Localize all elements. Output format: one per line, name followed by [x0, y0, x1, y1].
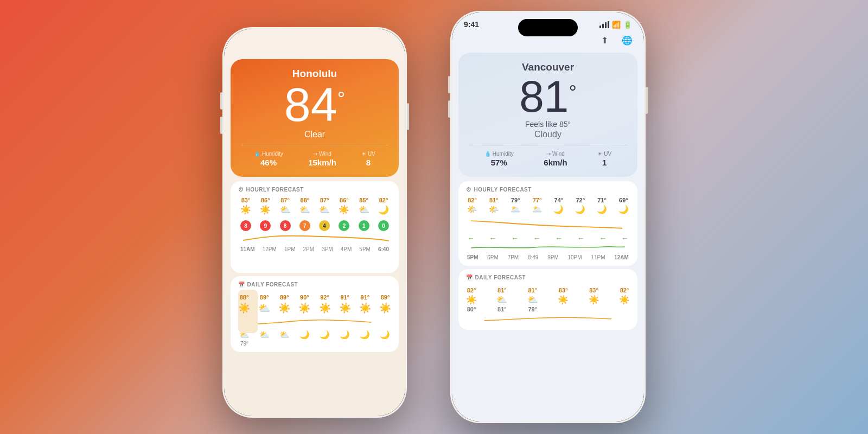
wind-arrow: ← — [533, 234, 541, 242]
clock-icon: ⏱ — [466, 187, 472, 193]
list-item: 89°☀️ — [278, 294, 290, 316]
list-item: 71° 🌙 — [597, 197, 607, 214]
list-item: 89°☀️ — [379, 294, 391, 316]
vol-up-btn[interactable] — [220, 92, 222, 110]
humidity-icon: 💧 — [484, 151, 491, 157]
wind-arrow: ← — [555, 234, 563, 242]
left-daily-title: 📅 DAILY FORECAST — [238, 282, 391, 288]
right-feels-like: Feels like 85° — [469, 120, 627, 129]
wind-arrow: ← — [467, 234, 475, 242]
left-screen: Honolulu 84° Clear 💧Humidity 46% ⇢Wind 1… — [224, 29, 405, 416]
list-item: 81° ⛅ 79° — [527, 287, 538, 312]
list-item: 89°⛅ — [258, 294, 270, 316]
power-btn[interactable] — [407, 103, 409, 130]
list-item: 90°☀️ — [298, 294, 310, 316]
left-hourly-title: ⏱ HOURLY FORECAST — [238, 187, 391, 193]
right-vol-up-btn[interactable] — [448, 76, 450, 93]
list-item: 87° ⛅ — [280, 197, 291, 215]
signal-bars — [599, 21, 609, 28]
uv-bubble: 4 — [319, 220, 330, 231]
time-label: 6:40 — [378, 246, 389, 252]
list-item: 91°☀️ — [359, 294, 371, 316]
right-stats: 💧Humidity 57% ⇢Wind 6km/h ☀UV 1 — [469, 145, 627, 167]
time-label: 5PM — [359, 246, 371, 252]
daily-path — [256, 320, 371, 324]
uv-icon: ☀ — [597, 151, 602, 157]
uv-icon: ☀ — [361, 151, 366, 157]
list-item: 82° 🌤️ — [467, 197, 477, 214]
list-item: 77° 🌥️ — [532, 197, 542, 214]
daily-bottom-icons: ⛅ ⛅ ⛅ 🌙 🌙 🌙 🌙 🌙 — [238, 329, 391, 340]
globe-button[interactable]: 🌐 — [619, 32, 635, 48]
calendar-icon: 📅 — [238, 282, 245, 288]
temp-label: 79° — [240, 341, 248, 347]
time-label: 7PM — [508, 254, 519, 260]
icon: 🌙 — [380, 330, 390, 340]
icon: 🌙 — [360, 330, 370, 340]
right-power-btn[interactable] — [646, 87, 648, 114]
time-label: 1PM — [284, 246, 296, 252]
list-item: 69° 🌙 — [618, 197, 629, 214]
right-vol-down-btn[interactable] — [448, 100, 450, 118]
time-label: 3PM — [322, 246, 333, 252]
uv-bubble: 1 — [359, 220, 369, 231]
list-item: 79° 🌥️ — [510, 197, 521, 214]
time-label: 12AM — [614, 254, 629, 260]
hourly-times: 11AM 12PM 1PM 2PM 3PM 4PM 5PM 6:40 — [238, 246, 391, 252]
list-item: 83° ☀️ — [589, 287, 599, 312]
daily-bottom-temps: 79° — [238, 340, 391, 347]
wind-icon: ⇢ — [546, 151, 551, 157]
humidity-icon: 💧 — [254, 151, 260, 157]
right-daily-path — [484, 317, 611, 321]
list-item: 91°☀️ — [339, 294, 351, 316]
list-item: 72° 🌙 — [575, 197, 585, 214]
icon: ⛅ — [279, 330, 290, 340]
signal-bar — [605, 22, 607, 28]
wind-arrow: ← — [599, 234, 607, 242]
time-label: 6PM — [487, 254, 499, 260]
time-label: 10PM — [567, 254, 582, 260]
right-weather-header: Vancouver 81° Feels like 85° Cloudy 💧Hum… — [458, 53, 637, 177]
wind-curve-svg — [466, 242, 630, 251]
temp-path — [244, 236, 388, 241]
right-condition: Cloudy — [469, 130, 627, 139]
right-temp: 81° — [469, 74, 627, 119]
uv-row: 8 9 8 7 4 2 1 0 — [238, 218, 391, 231]
list-item: 82° ☀️ 80° — [466, 287, 477, 312]
list-item: 81° ⛅ 81° — [496, 287, 507, 312]
list-item: 81° 🌤️ — [489, 197, 499, 214]
daily-items: 88°☀️ 89°⛅ 89°☀️ 90°☀️ 92°☀️ 91°☀️ 91°☀️… — [238, 292, 391, 318]
right-hourly-card: ⏱ HOURLY FORECAST 82° 🌤️ 81° 🌤️ — [458, 181, 637, 266]
wind-arrow: ← — [489, 234, 497, 242]
right-screen: 9:41 📶 🔋 ⬆ 🌐 Vanc — [452, 12, 644, 422]
status-icons: 📶 🔋 — [599, 21, 632, 29]
uv-bubble: 9 — [260, 220, 271, 231]
list-item: 86° ☀️ — [339, 197, 349, 215]
list-item: 88° ⛅ — [299, 197, 310, 215]
time-label: 8:49 — [528, 254, 538, 260]
icon: 🌙 — [340, 330, 350, 340]
right-hourly-chart: 82° 🌤️ 81° 🌤️ 79° 🌥️ 77° — [466, 197, 630, 260]
list-item: 92°☀️ — [319, 294, 331, 316]
time-label: 11PM — [591, 254, 605, 260]
signal-bar — [599, 25, 601, 28]
list-item: 86° ☀️ — [260, 197, 271, 215]
list-item: 83° ☀️ — [558, 287, 569, 312]
battery-icon: 🔋 — [623, 21, 632, 29]
left-hourly-chart: 83° ☀️ 86° ☀️ 87° ⛅ 88° — [238, 197, 391, 267]
right-daily-curve-svg — [466, 315, 630, 322]
signal-bar — [602, 24, 604, 28]
share-button[interactable]: ⬆ — [596, 32, 612, 48]
dynamic-island — [518, 19, 578, 36]
wind-arrows-row: ← ← ← ← ← ← ← ← — [466, 232, 630, 242]
phone-left: Honolulu 84° Clear 💧Humidity 46% ⇢Wind 1… — [222, 27, 407, 418]
left-wind: ⇢Wind 15km/h — [308, 151, 336, 167]
list-item: 82° 🌙 — [378, 197, 389, 215]
clock-icon: ⏱ — [238, 187, 244, 193]
temp-curve-svg — [238, 232, 391, 243]
icon: 🌙 — [299, 330, 310, 340]
left-humidity: 💧Humidity 46% — [254, 151, 283, 167]
left-stats: 💧Humidity 46% ⇢Wind 15km/h ☀UV 8 — [241, 145, 388, 167]
vol-down-btn[interactable] — [220, 117, 222, 134]
uv-bubble: 7 — [299, 220, 310, 231]
